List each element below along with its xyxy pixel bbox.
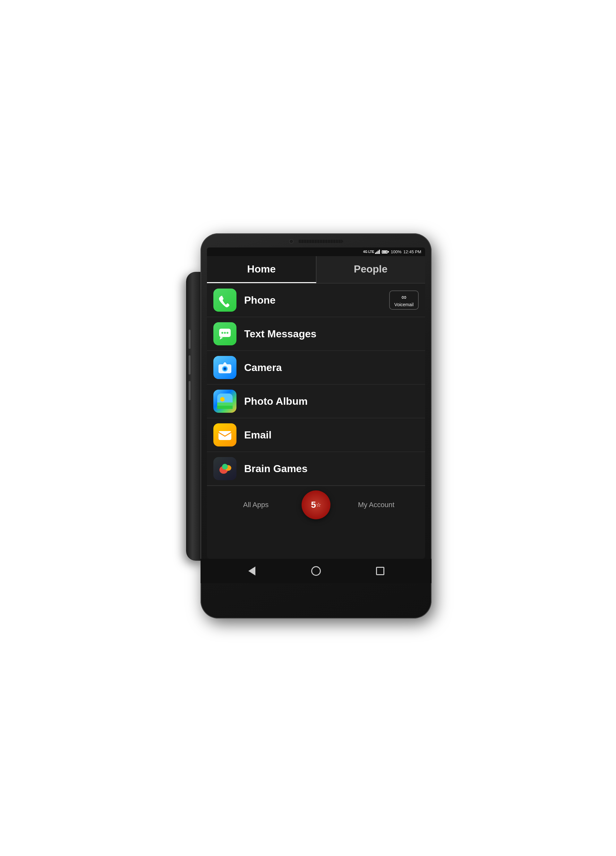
svg-rect-10 (217, 406, 233, 409)
five-star-number: 5 (311, 500, 316, 510)
svg-point-11 (220, 397, 224, 402)
speaker-grille (298, 240, 343, 243)
voicemail-icon: ∞ (401, 293, 407, 302)
signal-bar-3 (378, 251, 379, 254)
brain-app-icon (214, 457, 237, 480)
bottom-bar: All Apps 5 ☆ My Account (207, 486, 425, 524)
home-icon (311, 566, 321, 576)
app-item-photo[interactable]: Photo Album (207, 385, 425, 418)
signal-icon (375, 250, 380, 254)
photo-app-icon (214, 390, 237, 413)
svg-rect-12 (218, 431, 231, 440)
brain-app-label: Brain Games (244, 463, 307, 475)
battery-tip (388, 251, 389, 252)
phone-app-label: Phone (244, 294, 276, 306)
clock: 12:45 PM (403, 249, 421, 254)
app-item-sms[interactable]: Text Messages (207, 317, 425, 351)
scene: 4G LTE 100% 12:45 PM (154, 214, 462, 642)
photo-app-label: Photo Album (244, 396, 308, 407)
back-icon (248, 567, 255, 576)
email-app-label: Email (244, 429, 272, 441)
svg-point-15 (222, 464, 228, 470)
front-camera (289, 239, 293, 243)
phone-body: 4G LTE 100% 12:45 PM (201, 233, 432, 619)
battery-percent: 100% (391, 249, 401, 254)
home-button[interactable] (310, 565, 322, 577)
camera-app-label: Camera (244, 362, 282, 374)
battery-body (382, 250, 387, 254)
tab-bar: Home People (207, 256, 425, 283)
battery-fill (383, 251, 387, 252)
recents-button[interactable] (375, 565, 386, 577)
camera-app-icon (214, 356, 237, 379)
phone-app-icon (214, 289, 237, 312)
five-star-button[interactable]: 5 ☆ (301, 490, 330, 519)
signal-bar-1 (375, 252, 376, 254)
sms-app-icon (214, 322, 237, 345)
battery-icon (382, 250, 389, 254)
app-item-brain[interactable]: Brain Games (207, 452, 425, 486)
tab-people[interactable]: People (316, 256, 426, 283)
screen: 4G LTE 100% 12:45 PM (207, 248, 425, 559)
svg-point-2 (224, 332, 226, 334)
email-app-icon (214, 423, 237, 446)
network-indicator: 4G LTE (363, 250, 380, 254)
back-button[interactable] (246, 565, 258, 577)
nav-bar (201, 559, 432, 583)
star-icon: ☆ (316, 501, 321, 508)
status-bar: 4G LTE 100% 12:45 PM (207, 248, 425, 256)
tab-home[interactable]: Home (207, 256, 316, 283)
app-item-email[interactable]: Email (207, 418, 425, 452)
voicemail-badge[interactable]: ∞ Voicemail (389, 291, 419, 310)
recents-icon (376, 567, 384, 575)
svg-point-3 (226, 332, 229, 334)
signal-bar-2 (376, 252, 377, 254)
network-label: 4G LTE (363, 250, 374, 254)
sms-app-label: Text Messages (244, 328, 316, 340)
my-account-button[interactable]: My Account (330, 498, 422, 512)
all-apps-button[interactable]: All Apps (210, 498, 301, 512)
voicemail-label: Voicemail (394, 302, 413, 307)
app-item-camera[interactable]: Camera (207, 351, 425, 385)
app-item-phone[interactable]: Phone ∞ Voicemail (207, 283, 425, 317)
svg-point-7 (224, 368, 226, 370)
signal-bar-4 (379, 250, 380, 254)
app-list: Phone ∞ Voicemail (207, 283, 425, 486)
svg-point-1 (221, 332, 223, 334)
phone-top-bar (201, 233, 432, 248)
